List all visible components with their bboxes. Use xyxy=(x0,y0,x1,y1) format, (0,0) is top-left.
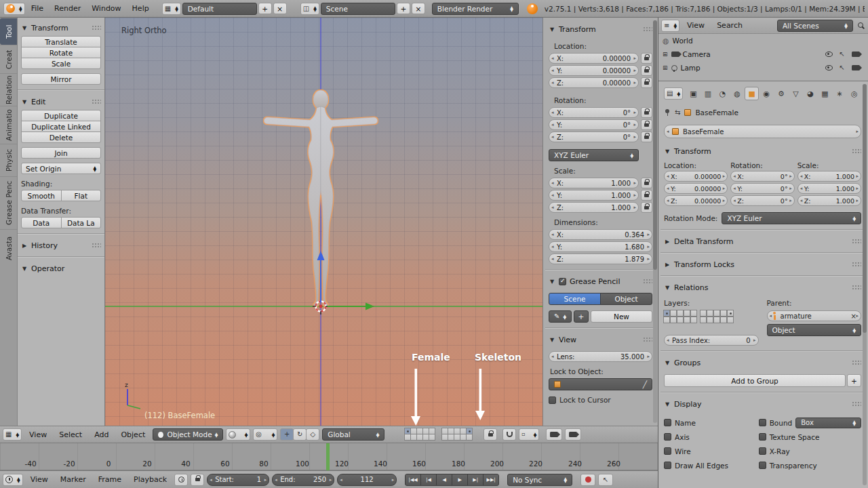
lock-scale-x[interactable] xyxy=(641,178,652,188)
render-toggle-camera-icon[interactable] xyxy=(852,65,860,70)
display-name-checkbox[interactable] xyxy=(664,419,671,426)
panel-grip[interactable] xyxy=(852,148,861,154)
location-y-field[interactable]: Y:0.00000 xyxy=(664,183,728,194)
collapse-icon[interactable] xyxy=(549,279,555,285)
tab-object-data[interactable]: ▽ xyxy=(789,87,803,100)
menu-render[interactable]: Render xyxy=(50,4,85,13)
panel-grip[interactable] xyxy=(92,25,101,30)
collapse-icon[interactable] xyxy=(21,25,28,31)
timeline-menu-frame[interactable]: Frame xyxy=(94,475,126,484)
display-bounds-checkbox[interactable] xyxy=(759,419,766,426)
tab-create[interactable]: Creat xyxy=(0,45,17,73)
rotate-button[interactable]: Rotate xyxy=(21,47,101,58)
lock-to-cursor-checkbox[interactable] xyxy=(549,396,556,404)
timeline-menu-playback[interactable]: Playback xyxy=(129,475,172,484)
tab-particles[interactable]: ∗ xyxy=(833,87,847,100)
expand-icon[interactable] xyxy=(21,243,28,249)
viewport-menu-object[interactable]: Object xyxy=(116,430,150,439)
layers-widget[interactable] xyxy=(664,310,759,324)
lock-location-x[interactable] xyxy=(641,53,652,64)
rotation-y-field[interactable]: Y:0° xyxy=(730,183,794,194)
gp-source-scene-toggle[interactable]: Scene xyxy=(549,293,601,305)
rotation-x-field[interactable]: X:0° xyxy=(730,171,794,182)
current-frame-marker[interactable] xyxy=(326,443,330,470)
display-wire-checkbox[interactable] xyxy=(664,447,671,455)
rotation-y-field[interactable]: Y:0° xyxy=(549,119,639,130)
tab-scene[interactable]: ◔ xyxy=(715,87,730,100)
panel-grip[interactable] xyxy=(852,401,861,407)
expand-icon[interactable] xyxy=(664,262,671,268)
location-z-field[interactable]: Z:0.00000 xyxy=(664,195,728,206)
scale-x-field[interactable]: X:1.000 xyxy=(549,178,639,188)
scale-x-field[interactable]: X:1.000 xyxy=(797,171,861,182)
selectable-toggle-arrow-icon[interactable]: ↖ xyxy=(840,51,845,58)
lock-rotation-z[interactable] xyxy=(641,131,652,142)
duplicate-button[interactable]: Duplicate xyxy=(21,110,101,121)
collapse-icon[interactable] xyxy=(664,148,671,155)
frame-end-field[interactable]: End:250 xyxy=(272,474,334,486)
tab-animation[interactable]: Animatio xyxy=(0,106,17,144)
selectable-toggle-arrow-icon[interactable]: ↖ xyxy=(840,64,845,71)
sync-mode-dropdown[interactable]: No Sync xyxy=(507,474,572,486)
gp-source-object-toggle[interactable]: Object xyxy=(600,293,652,305)
display-texture-space-checkbox[interactable] xyxy=(759,433,766,441)
rotation-x-field[interactable]: X:0° xyxy=(549,107,639,118)
hide-toggle-eye-icon[interactable] xyxy=(825,65,833,70)
panel-grip[interactable] xyxy=(852,262,861,267)
tab-relations[interactable]: Relation xyxy=(0,73,17,106)
collapse-icon[interactable] xyxy=(664,401,671,407)
snap-element-dropdown[interactable]: ▫ xyxy=(519,428,539,441)
collapse-icon[interactable] xyxy=(664,285,671,291)
manipulator-scale-toggle[interactable]: ◇ xyxy=(306,428,319,441)
properties-editor-selector[interactable]: ▤ xyxy=(664,87,683,100)
tab-physics[interactable]: ◎ xyxy=(847,87,861,100)
shade-smooth-button[interactable]: Smooth xyxy=(21,190,62,201)
dimensions-y-field[interactable]: Y:1.680 xyxy=(549,241,652,252)
delete-button[interactable]: Delete xyxy=(21,131,101,143)
duplicate-linked-button[interactable]: Duplicate Linked xyxy=(21,121,101,132)
tab-texture[interactable]: ▦ xyxy=(818,87,832,100)
close-layout-button[interactable]: × xyxy=(273,3,287,14)
tab-render-layers[interactable]: ▥ xyxy=(701,87,715,100)
viewport-editor-selector[interactable]: ▦ xyxy=(3,428,22,441)
lock-time-toggle[interactable] xyxy=(191,474,204,486)
add-group-plus-button[interactable]: + xyxy=(847,374,861,387)
scale-y-field[interactable]: Y:1.000 xyxy=(797,183,861,194)
panel-grip[interactable] xyxy=(643,337,652,342)
frame-start-field[interactable]: Start:1 xyxy=(207,474,269,486)
manipulator-translate-toggle[interactable]: + xyxy=(280,428,294,441)
render-engine-dropdown[interactable]: Blender Render xyxy=(432,3,519,15)
tab-material[interactable]: ◕ xyxy=(804,87,818,100)
join-button[interactable]: Join xyxy=(21,147,101,159)
scale-z-field[interactable]: Z:1.000 xyxy=(797,195,861,206)
manipulator-rotate-toggle[interactable]: ↻ xyxy=(293,428,307,441)
viewport-menu-view[interactable]: View xyxy=(24,430,52,439)
parent-type-dropdown[interactable]: Object xyxy=(767,324,862,336)
outliner-item-camera[interactable]: ⊞ Camera ↖ xyxy=(658,47,868,61)
display-axis-checkbox[interactable] xyxy=(664,433,671,441)
add-layout-button[interactable]: + xyxy=(258,3,272,14)
data-button[interactable]: Data xyxy=(21,217,62,228)
jump-prev-keyframe-button[interactable]: |◀ xyxy=(420,474,437,486)
search-icon[interactable] xyxy=(857,22,865,30)
gp-add-layer-button[interactable]: + xyxy=(574,310,589,323)
lock-rotation-y[interactable] xyxy=(641,119,652,130)
tab-world[interactable]: ◍ xyxy=(730,87,745,100)
tab-modifiers[interactable]: ⚙ xyxy=(774,87,789,100)
expand-icon[interactable]: ⊞ xyxy=(663,65,668,71)
pass-index-field[interactable]: Pass Index:0 xyxy=(664,335,759,346)
panel-grip[interactable] xyxy=(92,243,101,248)
eyedropper-icon[interactable]: ╱ xyxy=(643,380,647,388)
viewport-shading-dropdown[interactable] xyxy=(226,428,250,441)
location-x-field[interactable]: X:0.00000 xyxy=(664,171,728,182)
tab-render[interactable]: ▣ xyxy=(686,87,701,100)
outliner-menu-search[interactable]: Search xyxy=(712,21,747,30)
shade-flat-button[interactable]: Flat xyxy=(61,190,102,201)
clear-parent-icon[interactable]: × xyxy=(851,312,856,320)
viewport-menu-add[interactable]: Add xyxy=(90,430,113,439)
lock-location-z[interactable] xyxy=(641,77,652,88)
use-preview-range-toggle[interactable] xyxy=(174,474,188,486)
outliner-item-world[interactable]: ◍ World xyxy=(658,34,868,47)
scene-selector-icon[interactable]: ◫ xyxy=(300,3,319,15)
display-draw-all-edges-checkbox[interactable] xyxy=(664,462,671,469)
